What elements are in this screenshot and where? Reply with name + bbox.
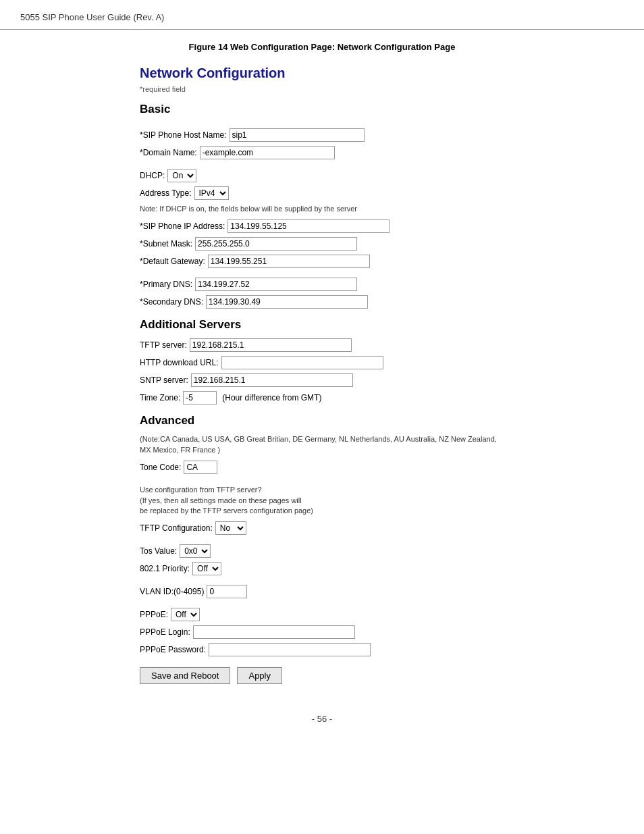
primary-dns-label: *Primary DNS: bbox=[140, 280, 192, 289]
page-title: Network Configuration bbox=[140, 66, 504, 81]
pppoe-row: PPPoE: Off On bbox=[140, 608, 504, 621]
dhcp-note: Note: If DHCP is on, the fields below wi… bbox=[140, 204, 504, 214]
sip-ip-input[interactable] bbox=[227, 219, 390, 233]
tone-code-label: Tone Code: bbox=[140, 463, 181, 472]
secondary-dns-label: *Secondary DNS: bbox=[140, 297, 203, 307]
domain-name-label: *Domain Name: bbox=[140, 148, 197, 157]
tos-value-label: Tos Value: bbox=[140, 546, 177, 556]
address-type-select[interactable]: IPv4 IPv6 bbox=[194, 186, 229, 200]
timezone-note: (Hour difference from GMT) bbox=[222, 393, 321, 402]
http-url-label: HTTP download URL: bbox=[140, 358, 219, 367]
figure-caption: Figure 14 Web Configuration Page: Networ… bbox=[0, 42, 644, 52]
sip-host-name-label: *SIP Phone Host Name: bbox=[140, 130, 227, 140]
form-container: Network Configuration *required field Ba… bbox=[126, 59, 518, 698]
pppoe-password-label: PPPoE Password: bbox=[140, 645, 206, 654]
tftp-server-row: TFTP server: bbox=[140, 338, 504, 352]
timezone-input[interactable] bbox=[183, 391, 217, 405]
tone-code-input[interactable] bbox=[184, 461, 217, 474]
sntp-server-label: SNTP server: bbox=[140, 375, 188, 385]
pppoe-login-label: PPPoE Login: bbox=[140, 627, 190, 637]
tftp-config-note: Use configuration from TFTP server? (If … bbox=[140, 485, 504, 516]
dot1-priority-label: 802.1 Priority: bbox=[140, 564, 190, 573]
pppoe-password-input[interactable] bbox=[209, 643, 371, 656]
primary-dns-row: *Primary DNS: bbox=[140, 278, 504, 291]
pppoe-password-row: PPPoE Password: bbox=[140, 643, 504, 656]
address-type-label: Address Type: bbox=[140, 188, 192, 198]
tftp-server-input[interactable] bbox=[190, 338, 352, 352]
dhcp-select[interactable]: On Off bbox=[167, 169, 196, 182]
timezone-label: Time Zone: bbox=[140, 393, 180, 402]
tos-value-row: Tos Value: 0x0 0x1 bbox=[140, 544, 504, 558]
vlan-id-label: VLAN ID:(0-4095) bbox=[140, 587, 204, 596]
http-url-row: HTTP download URL: bbox=[140, 356, 504, 369]
required-note: *required field bbox=[140, 85, 504, 93]
sip-host-name-row: *SIP Phone Host Name: bbox=[140, 128, 504, 142]
dhcp-label: DHCP: bbox=[140, 171, 165, 180]
save-reboot-button[interactable]: Save and Reboot bbox=[140, 667, 230, 684]
dhcp-row: DHCP: On Off bbox=[140, 169, 504, 182]
http-url-input[interactable] bbox=[221, 356, 383, 369]
address-type-row: Address Type: IPv4 IPv6 bbox=[140, 186, 504, 200]
apply-button[interactable]: Apply bbox=[237, 667, 282, 684]
subnet-mask-input[interactable] bbox=[195, 237, 357, 251]
tftp-config-select[interactable]: No Yes bbox=[215, 521, 246, 535]
default-gateway-input[interactable] bbox=[208, 255, 370, 268]
sntp-server-row: SNTP server: bbox=[140, 373, 504, 387]
pppoe-select[interactable]: Off On bbox=[171, 608, 200, 621]
secondary-dns-row: *Secondary DNS: bbox=[140, 295, 504, 309]
subnet-mask-label: *Subnet Mask: bbox=[140, 239, 192, 249]
vlan-id-row: VLAN ID:(0-4095) bbox=[140, 585, 504, 598]
secondary-dns-input[interactable] bbox=[206, 295, 368, 309]
page-number: - 56 - bbox=[312, 714, 332, 724]
page-header: 5055 SIP Phone User Guide (Rev. A) bbox=[0, 0, 644, 30]
domain-name-row: *Domain Name: bbox=[140, 146, 504, 159]
sip-ip-label: *SIP Phone IP Address: bbox=[140, 221, 225, 231]
tftp-server-label: TFTP server: bbox=[140, 340, 187, 350]
button-row: Save and Reboot Apply bbox=[140, 667, 504, 684]
timezone-row: Time Zone: (Hour difference from GMT) bbox=[140, 391, 504, 405]
vlan-id-input[interactable] bbox=[207, 585, 247, 598]
advanced-note1: (Note:CA Canada, US USA, GB Great Britia… bbox=[140, 434, 504, 455]
subnet-mask-row: *Subnet Mask: bbox=[140, 237, 504, 251]
sntp-server-input[interactable] bbox=[191, 373, 353, 387]
domain-name-input[interactable] bbox=[200, 146, 335, 159]
tos-value-select[interactable]: 0x0 0x1 bbox=[180, 544, 211, 558]
section-advanced: Advanced bbox=[140, 414, 504, 427]
sip-host-name-input[interactable] bbox=[230, 128, 365, 142]
dot1-priority-select[interactable]: Off On bbox=[192, 562, 221, 575]
page-footer: - 56 - bbox=[0, 714, 644, 737]
default-gateway-label: *Default Gateway: bbox=[140, 257, 205, 266]
section-additional: Additional Servers bbox=[140, 318, 504, 332]
pppoe-login-input[interactable] bbox=[193, 625, 355, 639]
tftp-config-label: TFTP Configuration: bbox=[140, 523, 213, 533]
section-basic: Basic bbox=[140, 103, 504, 116]
pppoe-login-row: PPPoE Login: bbox=[140, 625, 504, 639]
dot1-priority-row: 802.1 Priority: Off On bbox=[140, 562, 504, 575]
pppoe-label: PPPoE: bbox=[140, 610, 168, 619]
tone-code-row: Tone Code: bbox=[140, 461, 504, 474]
primary-dns-input[interactable] bbox=[195, 278, 357, 291]
tftp-config-row: TFTP Configuration: No Yes bbox=[140, 521, 504, 535]
default-gateway-row: *Default Gateway: bbox=[140, 255, 504, 268]
document-title: 5055 SIP Phone User Guide (Rev. A) bbox=[20, 12, 164, 22]
sip-ip-row: *SIP Phone IP Address: bbox=[140, 219, 504, 233]
